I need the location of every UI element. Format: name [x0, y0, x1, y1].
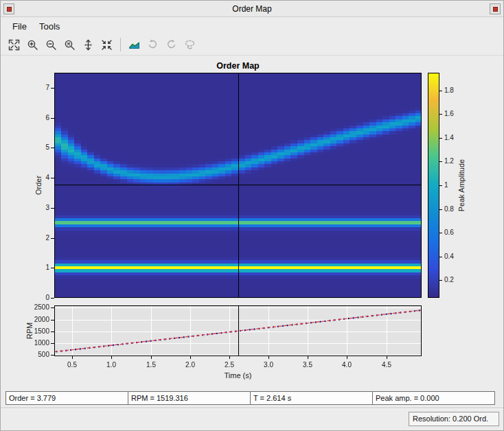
axis-tick [51, 320, 54, 321]
axis-tick [190, 356, 191, 359]
peak-readout: Peak amp. = 0.000 [372, 391, 495, 405]
axis-tick [111, 356, 112, 359]
window-title: Order Map [1, 4, 503, 14]
axis-tick [51, 307, 54, 308]
axis-tick [51, 355, 54, 356]
menu-tools[interactable]: Tools [33, 19, 66, 34]
rotate-cw-icon [162, 36, 180, 53]
tick-label: 1 [444, 181, 462, 189]
resolution-readout: Resolution: 0.200 Ord. [409, 412, 499, 426]
axis-tick [439, 114, 442, 115]
tick-label: 4.5 [378, 361, 396, 369]
toolbar-separator [120, 38, 121, 51]
tick-label: 1.4 [444, 134, 462, 142]
axis-tick [51, 268, 54, 268]
axis-tick [439, 233, 442, 233]
tick-label: 2 [32, 234, 49, 242]
statusbar: Resolution: 0.200 Ord. [1, 408, 503, 430]
tick-label: 3 [32, 204, 49, 212]
tick-label: 2000 [32, 316, 49, 324]
tick-label: 0.6 [444, 229, 462, 237]
tick-label: 0.4 [444, 253, 462, 261]
axis-tick [151, 356, 152, 359]
menubar: FileTools [1, 18, 503, 34]
order-readout: Order = 3.779 [5, 391, 128, 405]
order-map-window: Order Map FileTools Order Map Order Peak… [0, 0, 504, 431]
axis-tick [439, 257, 442, 257]
zoom-out-icon[interactable] [42, 36, 60, 53]
tick-label: 2500 [32, 303, 49, 312]
axis-tick [51, 343, 54, 344]
tick-label: 1500 [32, 327, 49, 336]
surface-map-icon[interactable] [125, 36, 143, 53]
tick-label: 1.5 [142, 361, 160, 369]
axis-tick [51, 298, 54, 299]
tick-label: 4.0 [338, 361, 356, 369]
tick-label: 1.8 [444, 86, 462, 95]
cursor-readouts: Order = 3.779RPM = 1519.316T = 2.614 sPe… [5, 391, 495, 405]
titlebar: Order Map [1, 1, 503, 17]
time-readout: T = 2.614 s [250, 391, 373, 405]
window-close-button[interactable] [490, 3, 501, 14]
tick-label: 2.0 [181, 361, 199, 369]
tick-label: 1.6 [444, 110, 462, 118]
tick-label: 1000 [32, 339, 49, 347]
lasso-select-icon [181, 36, 198, 53]
tick-label: 2.5 [220, 361, 238, 369]
axis-tick [439, 91, 442, 91]
rpm-plot[interactable] [54, 305, 422, 356]
rpm-readout: RPM = 1519.316 [128, 391, 251, 405]
axis-tick [51, 118, 54, 119]
time-axis-label: Time (s) [54, 371, 422, 380]
tick-label: 1.2 [444, 157, 462, 165]
colorbar [428, 73, 439, 298]
axis-tick [347, 356, 347, 359]
axis-tick [268, 356, 269, 359]
axis-tick [387, 356, 387, 359]
axis-tick [51, 238, 54, 239]
pan-y-icon[interactable] [79, 36, 97, 53]
menu-file[interactable]: File [6, 19, 33, 34]
tick-label: 4 [32, 174, 49, 182]
axis-tick [439, 161, 442, 162]
axis-tick [439, 280, 442, 281]
zoom-in-icon[interactable] [23, 36, 41, 53]
tick-label: 0.5 [63, 361, 81, 369]
axis-tick [439, 185, 442, 186]
axis-tick [51, 88, 54, 89]
rotate-ccw-icon [144, 36, 161, 53]
tick-label: 500 [32, 351, 49, 359]
axis-tick [229, 356, 230, 359]
tick-label: 6 [32, 114, 49, 122]
plot-title: Order Map [54, 61, 422, 71]
axis-tick [51, 208, 54, 209]
tick-label: 1.0 [102, 361, 120, 369]
zoom-x-icon[interactable] [60, 36, 78, 53]
axis-tick [439, 209, 442, 210]
tick-label: 1 [32, 264, 49, 272]
order-map-heatmap[interactable] [54, 73, 422, 298]
tick-label: 3.0 [260, 361, 277, 369]
tick-label: 0.2 [444, 276, 462, 284]
tick-label: 5 [32, 143, 49, 152]
toolbar [1, 34, 503, 56]
axis-tick [72, 356, 73, 359]
tick-label: 7 [32, 84, 49, 92]
tick-label: 3.5 [299, 361, 317, 369]
tick-label: 0.8 [444, 205, 462, 213]
axis-tick [51, 331, 54, 332]
tick-label: 0 [32, 294, 49, 302]
reset-view-icon[interactable] [98, 36, 115, 53]
axis-tick [439, 138, 442, 139]
axis-tick [308, 356, 308, 359]
window-close-icon [493, 7, 498, 12]
axis-tick [51, 178, 54, 178]
axis-tick [51, 148, 54, 148]
expand-axes-icon[interactable] [5, 36, 23, 53]
